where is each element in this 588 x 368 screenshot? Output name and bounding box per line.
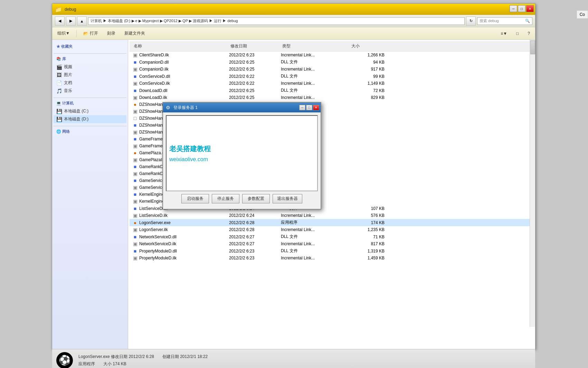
dialog-maximize[interactable]: □ — [306, 105, 312, 110]
address-text: 计算机 ▶ 本地磁盘 (D:) ▶ e ▶ Myproject ▶ QP2012… — [91, 18, 238, 24]
file-modified: 2012/2/2 6:22 — [229, 74, 281, 79]
sidebar-item-drive-d[interactable]: 💾 本地磁盘 (D:) — [54, 115, 126, 123]
search-placeholder: 搜索 debug — [480, 18, 499, 24]
open-button[interactable]: 📂 打开 — [81, 29, 101, 37]
table-row[interactable]: ▣ ClientShareD.ilk 2012/2/2 6:23 Increme… — [130, 52, 534, 58]
watermark-text1: 老吴搭建教程 — [169, 144, 211, 154]
drive-c-label: 本地磁盘 (C:) — [64, 108, 88, 114]
dialog-listbox[interactable]: 老吴搭建教程 weixiaolive.com — [166, 115, 318, 191]
file-type-icon: ■ — [132, 206, 138, 211]
file-name-text: LogonServer.exe — [139, 220, 171, 225]
minimize-button[interactable]: ─ — [510, 5, 517, 12]
file-name-text: NetworkServiceD.ilk — [139, 241, 176, 246]
table-row[interactable]: ■ CompanionD.dll 2012/2/2 6:25 DLL 文件 94… — [130, 58, 534, 66]
title-text: debug — [65, 7, 532, 12]
status-filename: LogonServer.exe 修改日期 2012/2/2 6:28 — [78, 354, 154, 360]
file-type: DLL 文件 — [281, 88, 350, 93]
file-size: 829 KB — [350, 95, 385, 100]
file-type-icon: ▣ — [132, 171, 138, 176]
search-icon: 🔍 — [525, 19, 530, 23]
file-type-icon: ▣ — [132, 241, 138, 247]
file-type: DLL 文件 — [281, 234, 350, 240]
library-header[interactable]: 📚 库 — [54, 55, 126, 63]
table-row[interactable]: ■ ComServiceD.dll 2012/2/2 6:22 DLL 文件 9… — [130, 73, 534, 80]
col-type[interactable]: 类型 — [281, 43, 350, 50]
file-name-text: CompanionD.ilk — [139, 67, 169, 72]
file-size: 1,319 KB — [350, 249, 385, 254]
file-type-icon: ● — [132, 102, 138, 107]
sidebar-item-documents[interactable]: 📄 文档 — [54, 79, 126, 87]
table-row[interactable]: ● LogonServer.exe 2012/2/2 6:28 应用程序 174… — [130, 219, 534, 226]
dialog-close[interactable]: ✕ — [313, 105, 319, 110]
dialog-window: ⚙ 登录服务器 1 ─ □ ✕ 老吴搭建教程 weixiaolive.com 启… — [162, 102, 321, 210]
computer-icon: 💻 — [56, 101, 61, 105]
status-bar: ⚽ LogonServer.exe 修改日期 2012/2/2 6:28 创建日… — [52, 349, 535, 368]
table-row[interactable]: ■ DownLoadD.dll 2012/2/2 6:25 DLL 文件 72 … — [130, 87, 534, 94]
file-name-text: ClientShareD.ilk — [139, 53, 169, 57]
right-scrollbar[interactable] — [530, 40, 535, 327]
table-row[interactable]: ▣ ComServiceD.ilk 2012/2/2 6:22 Incremen… — [130, 80, 534, 87]
file-size: 1,459 KB — [350, 256, 385, 260]
file-type-icon: ▣ — [132, 213, 138, 218]
status-row-1: LogonServer.exe 修改日期 2012/2/2 6:28 创建日期 … — [78, 354, 208, 360]
computer-header[interactable]: 💻 计算机 — [54, 99, 126, 107]
network-section: 🌐 网络 — [54, 128, 126, 136]
table-row[interactable]: ▣ NetworkServiceD.ilk 2012/2/2 6:27 Incr… — [130, 240, 534, 247]
table-row[interactable]: ■ PropertyModuleD.dll 2012/2/2 6:23 DLL … — [130, 247, 534, 255]
table-row[interactable]: ▣ DownLoadD.ilk 2012/2/2 6:25 Incrementa… — [130, 94, 534, 101]
file-type: Incremental Link... — [281, 95, 350, 100]
file-type-icon: ▣ — [132, 199, 138, 204]
images-label: 图片 — [64, 72, 72, 78]
address-path[interactable]: 计算机 ▶ 本地磁盘 (D:) ▶ e ▶ Myproject ▶ QP2012… — [88, 17, 465, 25]
back-button[interactable]: ◀ — [55, 17, 65, 26]
file-type-icon: ■ — [132, 164, 138, 169]
organize-button[interactable]: 组织▼ — [55, 29, 72, 37]
view-options-button[interactable]: ≡▼ — [498, 30, 510, 37]
file-size: 107 KB — [350, 206, 385, 211]
file-modified: 2012/2/2 6:22 — [229, 81, 281, 86]
videos-label: 视频 — [64, 64, 72, 70]
stop-service-button[interactable]: 停止服务 — [212, 194, 239, 203]
file-size: 174 KB — [350, 220, 385, 225]
sidebar-item-drive-c[interactable]: 💾 本地磁盘 (C:) — [54, 107, 126, 115]
file-name-text: DownLoadD.dll — [139, 88, 167, 93]
table-row[interactable]: ■ NetworkServiceD.dll 2012/2/2 6:27 DLL … — [130, 233, 534, 240]
table-row[interactable]: ▣ ListServiceD.ilk 2012/2/2 6:24 Increme… — [130, 212, 534, 219]
favorites-header[interactable]: ★ 收藏夹 — [54, 43, 126, 50]
sidebar-item-music[interactable]: 🎵 音乐 — [54, 87, 126, 95]
file-type-icon: ▣ — [132, 157, 138, 163]
table-row[interactable]: ▣ LogonServer.ilk 2012/2/2 6:28 Incremen… — [130, 226, 534, 233]
share-button[interactable]: 刻录 — [105, 29, 118, 37]
maximize-button[interactable]: □ — [518, 5, 525, 12]
table-row[interactable]: ▣ PropertyModuleD.ilk 2012/2/2 6:23 Incr… — [130, 255, 534, 261]
file-type-icon: ▣ — [132, 95, 138, 100]
help-button[interactable]: ? — [525, 30, 532, 37]
col-size[interactable]: 大小 — [350, 43, 385, 50]
config-button[interactable]: 参数配置 — [242, 194, 270, 203]
dialog-minimize[interactable]: ─ — [299, 105, 305, 110]
file-name-cell: ■ CompanionD.dll — [132, 59, 229, 65]
new-folder-button[interactable]: 新建文件夹 — [122, 29, 148, 37]
start-service-button[interactable]: 启动服务 — [181, 194, 209, 203]
up-button[interactable]: ▲ — [77, 17, 87, 26]
col-modified[interactable]: 修改日期 — [229, 43, 281, 50]
drive-d-label: 本地磁盘 (D:) — [64, 116, 88, 122]
sidebar-item-videos[interactable]: 🎬 视频 — [54, 63, 126, 71]
table-row[interactable]: ▣ CompanionD.ilk 2012/2/2 6:25 Increment… — [130, 66, 534, 73]
network-header[interactable]: 🌐 网络 — [54, 128, 126, 136]
file-type-icon: ▣ — [132, 81, 138, 86]
exit-server-button[interactable]: 退出服务器 — [273, 194, 302, 203]
title-bar: 📁 debug ─ □ ✕ — [52, 4, 535, 15]
drive-c-icon: 💾 — [56, 109, 62, 114]
col-name[interactable]: 名称 — [132, 43, 229, 50]
refresh-button[interactable]: ↻ — [466, 17, 476, 26]
forward-button[interactable]: ▶ — [66, 17, 76, 26]
sidebar-item-images[interactable]: 🖼 图片 — [54, 71, 126, 79]
preview-button[interactable]: □ — [514, 30, 521, 37]
file-size: 817 KB — [350, 241, 385, 246]
file-modified: 2012/2/2 6:27 — [229, 234, 281, 239]
close-button[interactable]: ✕ — [526, 5, 534, 12]
file-modified: 2012/2/2 6:28 — [229, 227, 281, 232]
scroll-thumb[interactable] — [530, 40, 535, 54]
search-box[interactable]: 搜索 debug 🔍 — [477, 17, 532, 25]
